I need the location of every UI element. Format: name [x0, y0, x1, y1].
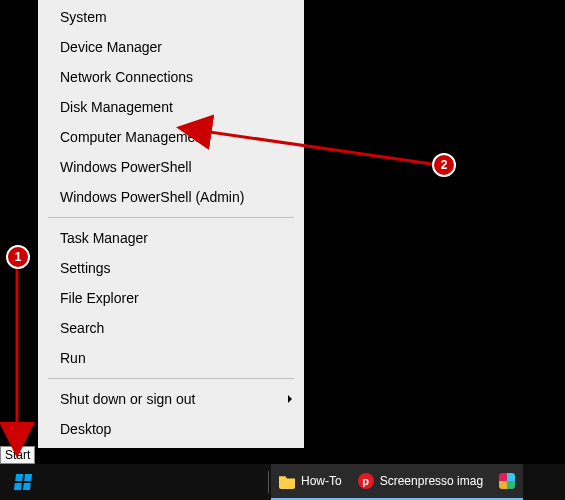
- menu-item-run[interactable]: Run: [38, 343, 304, 373]
- menu-item-disk-management[interactable]: Disk Management: [38, 92, 304, 122]
- taskbar-item-screenpresso-imag[interactable]: pScreenpresso imag: [350, 464, 491, 500]
- menu-item-windows-powershell[interactable]: Windows PowerShell: [38, 152, 304, 182]
- taskbar-pinned-placeholder[interactable]: [90, 464, 134, 500]
- start-tooltip: Start: [0, 446, 35, 464]
- menu-separator: [48, 378, 294, 379]
- winx-context-menu: SystemDevice ManagerNetwork ConnectionsD…: [38, 0, 304, 448]
- taskbar-item-label: Screenpresso imag: [380, 474, 483, 488]
- menu-item-windows-powershell-admin[interactable]: Windows PowerShell (Admin): [38, 182, 304, 212]
- menu-item-task-manager[interactable]: Task Manager: [38, 223, 304, 253]
- menu-item-network-connections[interactable]: Network Connections: [38, 62, 304, 92]
- taskbar-pinned-placeholder[interactable]: [134, 464, 178, 500]
- annotation-badge-1: 1: [6, 245, 30, 269]
- taskbar-separator: [268, 471, 269, 493]
- taskbar-pinned-placeholder[interactable]: [222, 464, 266, 500]
- slack-icon: [499, 473, 515, 489]
- menu-separator: [48, 217, 294, 218]
- taskbar-pinned-placeholder[interactable]: [178, 464, 222, 500]
- menu-item-file-explorer[interactable]: File Explorer: [38, 283, 304, 313]
- menu-item-desktop[interactable]: Desktop: [38, 414, 304, 444]
- menu-item-settings[interactable]: Settings: [38, 253, 304, 283]
- taskbar-pinned-placeholder[interactable]: [46, 464, 90, 500]
- windows-logo-icon: [14, 474, 32, 490]
- start-button[interactable]: Start: [0, 464, 46, 500]
- menu-item-search[interactable]: Search: [38, 313, 304, 343]
- menu-item-shut-down-or-sign-out[interactable]: Shut down or sign out: [38, 384, 304, 414]
- folder-icon: [279, 473, 295, 489]
- menu-item-device-manager[interactable]: Device Manager: [38, 32, 304, 62]
- menu-item-system[interactable]: System: [38, 2, 304, 32]
- taskbar-item-how-to[interactable]: How-To: [271, 464, 350, 500]
- taskbar: StartHow-TopScreenpresso imag: [0, 464, 565, 500]
- taskbar-item-app-9[interactable]: [491, 464, 523, 500]
- annotation-badge-2: 2: [432, 153, 456, 177]
- circle-letter-icon: p: [358, 473, 374, 489]
- taskbar-item-label: How-To: [301, 474, 342, 488]
- menu-item-computer-management[interactable]: Computer Management: [38, 122, 304, 152]
